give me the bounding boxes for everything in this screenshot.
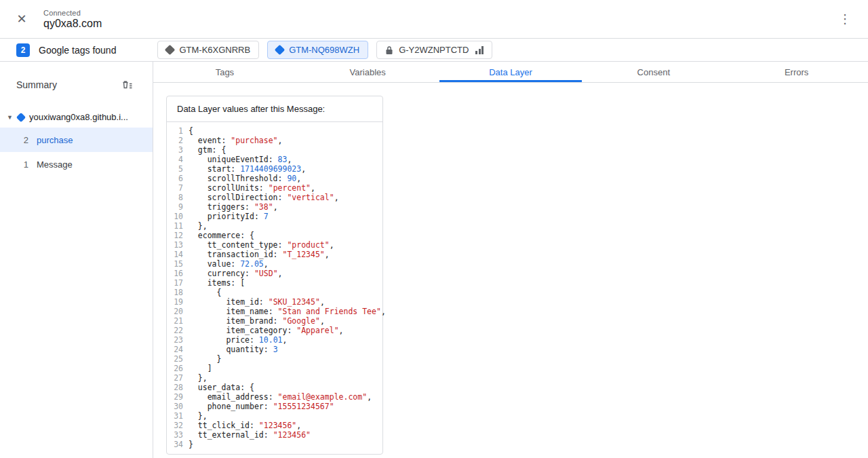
line-number: 5	[167, 164, 183, 174]
code-line: 17 items: [	[167, 278, 382, 288]
line-content: gtm: {	[183, 145, 226, 155]
line-number: 22	[167, 326, 183, 335]
line-number: 25	[167, 354, 183, 364]
line-number: 23	[167, 335, 183, 345]
line-content: }	[183, 440, 193, 449]
event-label: Message	[37, 159, 73, 170]
tags-found-label: Google tags found	[39, 45, 116, 56]
code-line: 8 scrollDirection: "vertical",	[167, 193, 382, 202]
tag-chip-ga4[interactable]: G-Y2WZNPTCTD	[376, 41, 492, 59]
line-number: 32	[167, 421, 183, 430]
line-content: scrollThreshold: 90,	[183, 174, 301, 183]
tag-chip-gtm-1[interactable]: GTM-K6XGNRRB	[157, 41, 259, 59]
line-number: 2	[167, 136, 183, 145]
tag-chip-gtm-2-selected[interactable]: GTM-NQ698WZH	[267, 41, 368, 59]
line-content: quantity: 3	[183, 345, 278, 354]
line-content: {	[183, 126, 193, 136]
line-content: currency: "USD",	[183, 269, 283, 278]
line-number: 12	[167, 231, 183, 240]
line-content: ecommerce: {	[183, 231, 254, 240]
code-line: 5 start: 1714409699023,	[167, 164, 382, 174]
line-content: }	[183, 354, 221, 364]
code-line: 34}	[167, 440, 382, 449]
line-content: scrollDirection: "vertical",	[183, 193, 339, 202]
tag-chips: GTM-K6XGNRRB GTM-NQ698WZH G-Y2WZNPTCTD	[157, 41, 492, 59]
line-number: 16	[167, 269, 183, 278]
line-content: },	[183, 221, 208, 231]
tag-id: GTM-NQ698WZH	[289, 45, 359, 55]
gtm-tag-icon	[165, 45, 176, 56]
line-number: 9	[167, 202, 183, 212]
tab-bar: Tags Variables Data Layer Consent Errors	[153, 62, 868, 83]
line-content: ]	[183, 364, 212, 373]
clear-messages-icon[interactable]	[119, 77, 135, 93]
line-content: value: 72.05,	[183, 259, 269, 269]
line-number: 33	[167, 430, 183, 440]
code-line: 16 currency: "USD",	[167, 269, 382, 278]
code-line: 31 },	[167, 411, 382, 421]
tab-errors[interactable]: Errors	[725, 62, 868, 82]
topbar: ✕ Connected qy0xa8.com ⋮	[0, 0, 868, 39]
container-domain-label: youxiwang0xa8.github.i...	[29, 112, 128, 122]
code-line: 28 user_data: {	[167, 383, 382, 392]
line-content: item_category: "Apparel",	[183, 326, 344, 335]
line-content: tt_content_type: "product",	[183, 240, 334, 250]
line-number: 4	[167, 155, 183, 164]
code-line: 19 item_id: "SKU_12345",	[167, 297, 382, 307]
line-number: 31	[167, 411, 183, 421]
line-content: items: [	[183, 278, 245, 288]
close-icon[interactable]: ✕	[9, 7, 34, 31]
code-line: 13 tt_content_type: "product",	[167, 240, 382, 250]
code-line: 20 item_name: "Stan and Friends Tee",	[167, 307, 382, 316]
line-content: transaction_id: "T_12345",	[183, 250, 330, 259]
code-line: 24 quantity: 3	[167, 345, 382, 354]
line-content: start: 1714409699023,	[183, 164, 306, 174]
data-layer-card: Data Layer values after this Message: 1{…	[166, 96, 383, 455]
sidebar-item-purchase[interactable]: 2 purchase	[0, 128, 153, 152]
sidebar-item-message[interactable]: 1 Message	[0, 152, 153, 176]
line-content: price: 10.01,	[183, 335, 287, 345]
gtm-tag-icon	[275, 45, 285, 56]
tag-id: GTM-K6XGNRRB	[179, 45, 250, 55]
sidebar: Summary ▼ youxiwang0xa8.github.i... 2 pu…	[0, 62, 153, 458]
line-number: 26	[167, 364, 183, 373]
code-line: 2 event: "purchase",	[167, 136, 382, 145]
line-content: tt_external_id: "123456"	[183, 430, 311, 440]
line-content: uniqueEventId: 83,	[183, 155, 292, 164]
code-line: 22 item_category: "Apparel",	[167, 326, 382, 335]
tree-container-row[interactable]: ▼ youxiwang0xa8.github.i...	[0, 107, 153, 128]
code-line: 30 phone_number: "15551234567"	[167, 402, 382, 411]
line-content: item_name: "Stan and Friends Tee",	[183, 307, 386, 316]
code-line: 9 triggers: "38",	[167, 202, 382, 212]
code-line: 3 gtm: {	[167, 145, 382, 155]
line-number: 8	[167, 193, 183, 202]
event-label: purchase	[37, 135, 73, 145]
tab-consent[interactable]: Consent	[582, 62, 725, 82]
line-content: user_data: {	[183, 383, 254, 392]
line-number: 3	[167, 145, 183, 155]
code-line: 12 ecommerce: {	[167, 231, 382, 240]
google-tags-bar: 2 Google tags found GTM-K6XGNRRB GTM-NQ6…	[0, 39, 868, 62]
code-line: 18 {	[167, 288, 382, 297]
line-content: email_address: "email@example.com",	[183, 392, 372, 402]
event-number: 2	[22, 135, 28, 145]
kebab-menu-icon[interactable]: ⋮	[833, 7, 857, 31]
line-number: 7	[167, 183, 183, 193]
line-number: 14	[167, 250, 183, 259]
line-content: {	[183, 288, 221, 297]
summary-title: Summary	[16, 79, 57, 90]
tab-variables[interactable]: Variables	[296, 62, 439, 82]
chevron-down-icon[interactable]: ▼	[7, 114, 13, 121]
line-number: 21	[167, 316, 183, 326]
line-number: 13	[167, 240, 183, 250]
line-number: 15	[167, 259, 183, 269]
connected-domain: qy0xa8.com	[43, 18, 102, 30]
sidebar-header: Summary	[0, 77, 153, 93]
gtm-container-icon	[16, 112, 26, 121]
tab-tags[interactable]: Tags	[153, 62, 296, 82]
line-number: 27	[167, 373, 183, 383]
line-number: 29	[167, 392, 183, 402]
line-number: 11	[167, 221, 183, 231]
line-content: item_id: "SKU_12345",	[183, 297, 325, 307]
tab-data-layer[interactable]: Data Layer	[439, 62, 583, 82]
